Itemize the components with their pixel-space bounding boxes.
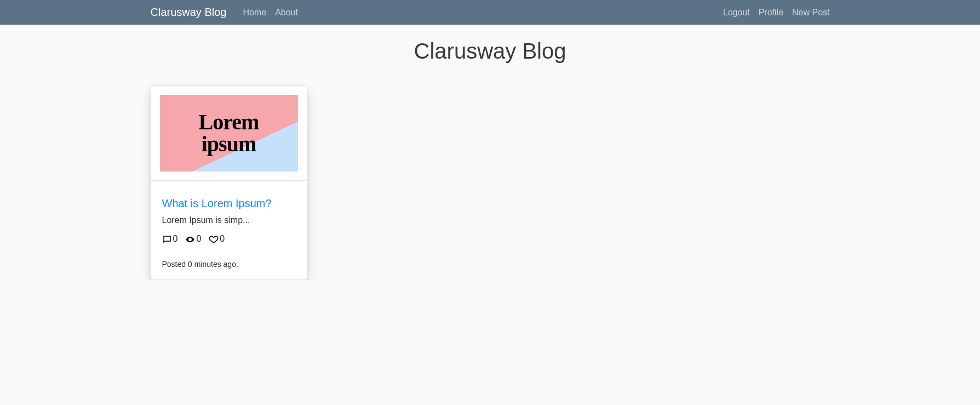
post-card[interactable]: Lorem ipsum What is Lorem Ipsum? Lorem I… [151, 85, 307, 280]
post-excerpt: Lorem Ipsum is simp... [162, 215, 296, 225]
nav-links-right: Logout Profile New Post [723, 8, 830, 18]
views-count: 0 [196, 234, 201, 244]
views-stat: 0 [185, 234, 201, 244]
brand-link[interactable]: Clarusway Blog [151, 6, 227, 19]
nav-links-left: Home About [243, 8, 298, 18]
nav-link-about[interactable]: About [275, 8, 298, 18]
comment-icon [162, 234, 172, 244]
image-text: Lorem ipsum [160, 95, 298, 172]
post-stats: 0 0 [162, 234, 296, 244]
cards-container: Lorem ipsum What is Lorem Ipsum? Lorem I… [129, 85, 852, 280]
navbar-left: Clarusway Blog Home About [151, 6, 298, 19]
nav-link-new-post[interactable]: New Post [792, 8, 829, 18]
nav-link-logout[interactable]: Logout [723, 8, 750, 18]
nav-link-home[interactable]: Home [243, 8, 266, 18]
eye-icon [185, 234, 195, 244]
image-text-line1: Lorem [199, 111, 259, 133]
card-image: Lorem ipsum [160, 95, 298, 172]
post-meta: Posted 0 minutes ago. [162, 260, 296, 269]
comments-stat: 0 [162, 234, 178, 244]
card-image-wrap: Lorem ipsum [151, 86, 307, 181]
comments-count: 0 [173, 234, 178, 244]
likes-count: 0 [220, 234, 225, 244]
navbar-inner: Clarusway Blog Home About Logout Profile… [129, 6, 852, 19]
page-title: Clarusway Blog [0, 39, 980, 64]
svg-point-0 [190, 238, 191, 240]
card-body: What is Lorem Ipsum? Lorem Ipsum is simp… [151, 181, 307, 279]
heart-icon [209, 234, 219, 244]
nav-link-profile[interactable]: Profile [759, 8, 783, 18]
navbar: Clarusway Blog Home About Logout Profile… [0, 0, 980, 25]
post-title[interactable]: What is Lorem Ipsum? [162, 197, 296, 210]
likes-stat: 0 [209, 234, 225, 244]
image-text-line2: ipsum [202, 133, 256, 155]
